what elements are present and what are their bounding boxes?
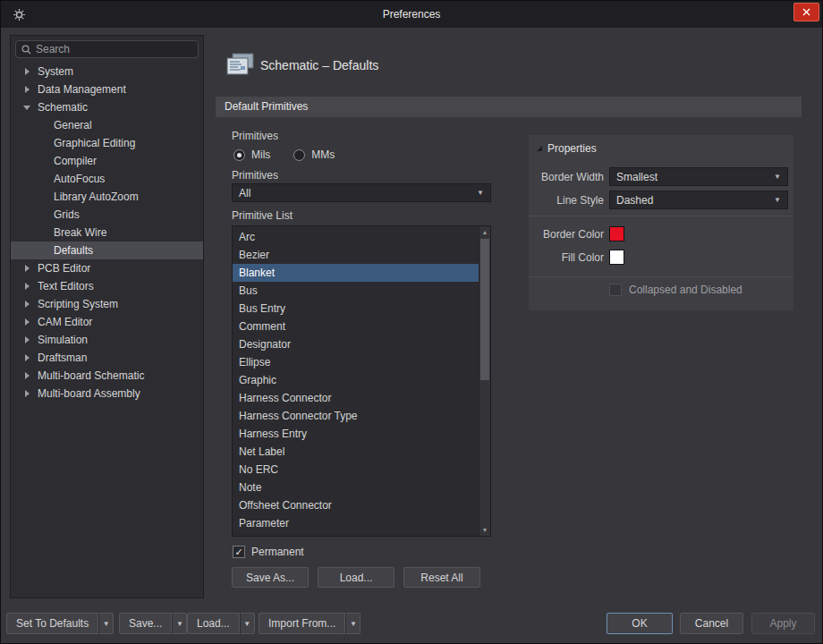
properties-panel: Properties Border Width Smallest ▼ Line … [529,135,793,310]
chevron-right-icon [25,301,30,308]
list-item[interactable]: Arc [233,228,479,246]
fill-color-swatch[interactable] [609,250,624,265]
window-title: Preferences [383,8,441,21]
collapsed-disabled-checkbox[interactable] [609,284,622,296]
sidebar-item-text-editors[interactable]: Text Editors [11,277,203,295]
list-scrollbar[interactable]: ▲ ▼ [479,226,490,536]
line-style-value: Dashed [616,194,653,207]
border-width-value: Smallest [616,171,658,183]
main-content: Schematic – Defaults Default Primitives … [216,35,802,598]
sidebar-item-library-autozoom[interactable]: Library AutoZoom [11,188,203,206]
load-dropdown-arrow[interactable]: ▼ [240,613,255,634]
chevron-down-icon: ▼ [477,189,484,197]
sidebar-item-schematic[interactable]: Schematic [11,98,203,116]
chevron-down-icon: ▼ [774,196,781,204]
scroll-up-icon[interactable]: ▲ [479,226,490,238]
sidebar-item-scripting-system[interactable]: Scripting System [11,295,203,313]
preferences-tree: System Data Management Schematic General… [11,63,203,402]
save-dropdown-arrow[interactable]: ▼ [172,613,187,634]
sidebar-item-multi-board-schematic[interactable]: Multi-board Schematic [11,367,203,385]
line-style-row: Line Style Dashed ▼ [529,191,793,209]
load-button[interactable]: Load... [318,567,395,588]
sidebar-item-simulation[interactable]: Simulation [11,331,203,349]
preferences-icon [13,9,25,21]
import-from-dropdown-arrow[interactable]: ▼ [345,613,361,634]
divider [529,216,793,216]
search-icon [21,45,31,55]
border-width-dropdown[interactable]: Smallest ▼ [609,167,788,186]
list-item[interactable]: Offsheet Connector [233,496,479,514]
search-box[interactable] [15,40,199,58]
load-split-button: Load... ▼ [187,613,255,634]
list-item[interactable]: Ellipse [233,353,479,371]
import-from-split-button: Import From... ▼ [259,613,361,634]
permanent-checkbox[interactable]: ✓ [233,546,245,558]
apply-button[interactable]: Apply [751,613,815,634]
collapse-arrow-icon [537,146,542,151]
mms-radio-label: MMs [311,148,335,161]
sidebar-item-grids[interactable]: Grids [11,206,203,224]
chevron-right-icon [25,265,30,272]
sidebar-item-break-wire[interactable]: Break Wire [11,224,203,242]
list-item[interactable]: Comment [233,318,479,335]
sidebar-item-graphical-editing[interactable]: Graphical Editing [11,134,203,152]
save-split-button: Save... ▼ [119,613,187,634]
sidebar-item-data-management[interactable]: Data Management [11,80,203,98]
mils-radio[interactable]: Mils [233,148,270,161]
list-item[interactable]: Bezier [233,246,479,264]
primitive-list-label: Primitive List [232,209,293,222]
ok-button[interactable]: OK [607,613,673,634]
chevron-right-icon [25,283,30,290]
sidebar-item-system[interactable]: System [11,63,203,80]
search-input[interactable] [36,43,192,55]
permanent-label: Permanent [251,546,304,558]
sidebar-item-compiler[interactable]: Compiler [11,152,203,170]
list-item[interactable]: Bus Entry [233,300,479,318]
line-style-dropdown[interactable]: Dashed ▼ [609,191,788,209]
scroll-down-icon[interactable]: ▼ [479,524,490,536]
primitive-list-items: Arc Bezier Blanket Bus Bus Entry Comment… [233,228,479,532]
set-to-defaults-button[interactable]: Set To Defaults [6,613,98,634]
list-item[interactable]: Parameter [233,514,479,532]
footer-save-button[interactable]: Save... [119,613,172,634]
units-radio-group: Mils MMs [233,148,335,161]
list-item[interactable]: No ERC [233,461,479,479]
set-to-defaults-dropdown-arrow[interactable]: ▼ [98,613,114,634]
border-color-swatch[interactable] [609,226,624,242]
sidebar-item-cam-editor[interactable]: CAM Editor [11,313,203,331]
divider [529,276,793,277]
close-button[interactable] [793,3,819,21]
list-item[interactable]: Designator [233,335,479,353]
mms-radio[interactable]: MMs [293,148,335,161]
list-item[interactable]: Net Label [233,443,479,461]
sidebar-item-general[interactable]: General [11,116,203,134]
page-title: Schematic – Defaults [260,58,378,72]
collapsed-disabled-row: Collapsed and Disabled [609,284,742,296]
list-item[interactable]: Graphic [233,371,479,389]
preferences-sidebar: System Data Management Schematic General… [10,35,204,598]
list-item[interactable]: Harness Entry [233,425,479,443]
chevron-right-icon [25,68,30,75]
list-item-selected[interactable]: Blanket [233,264,479,282]
scrollbar-thumb[interactable] [480,239,489,380]
cancel-button[interactable]: Cancel [680,613,743,634]
primitives-filter-dropdown[interactable]: All ▼ [232,183,491,202]
reset-all-button[interactable]: Reset All [403,567,480,588]
properties-header[interactable]: Properties [537,142,597,155]
sidebar-item-multi-board-assembly[interactable]: Multi-board Assembly [11,385,203,402]
preferences-dialog: Preferences System Data Management Schem… [0,0,823,644]
section-header: Default Primitives [216,97,802,117]
sidebar-item-draftsman[interactable]: Draftsman [11,349,203,367]
sidebar-item-pcb-editor[interactable]: PCB Editor [11,259,203,277]
list-item[interactable]: Harness Connector Type [233,407,479,425]
list-item[interactable]: Harness Connector [233,389,479,407]
import-from-button[interactable]: Import From... [259,613,345,634]
save-as-button[interactable]: Save As... [232,567,309,588]
sidebar-item-autofocus[interactable]: AutoFocus [11,170,203,188]
primitive-list: Arc Bezier Blanket Bus Bus Entry Comment… [232,225,491,537]
list-item[interactable]: Bus [233,282,479,300]
sidebar-item-defaults[interactable]: Defaults [11,242,203,259]
list-item[interactable]: Note [233,479,479,496]
line-style-label: Line Style [529,194,604,207]
footer-load-button[interactable]: Load... [187,613,240,634]
